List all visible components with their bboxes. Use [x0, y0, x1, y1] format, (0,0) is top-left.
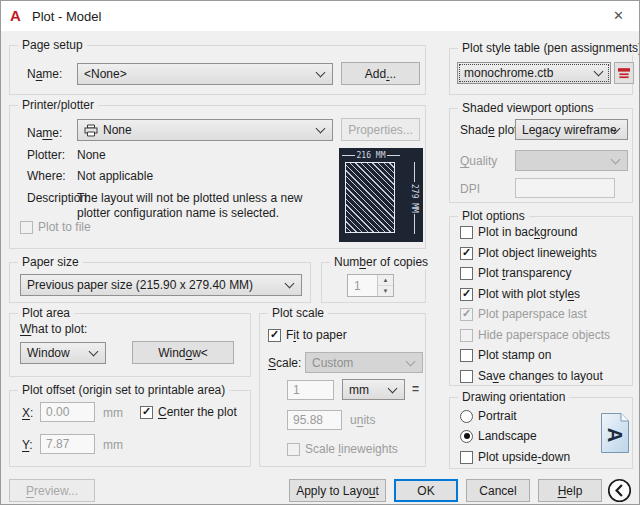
quality-label: Quality	[460, 154, 497, 168]
plot-style-group: Plot style table (pen assignments) monoc…	[449, 48, 633, 95]
plot-to-file-checkbox[interactable]: Plot to file	[20, 220, 91, 234]
scale-denominator-field[interactable]: 95.88	[287, 410, 342, 430]
copies-value: 1	[348, 275, 377, 296]
offset-y-label: Y:	[22, 438, 33, 452]
fit-to-paper-checkbox[interactable]: Fit to paper	[268, 328, 347, 342]
checkbox-box	[460, 370, 473, 383]
shaded-viewport-group: Shaded viewport options Shade plot Legac…	[449, 108, 633, 203]
autocad-logo-icon: A	[10, 7, 21, 24]
copies-title: Number of copies	[330, 255, 432, 269]
checkbox-box	[460, 308, 473, 321]
shade-plot-label: Shade plot	[460, 123, 517, 137]
shaded-viewport-title: Shaded viewport options	[458, 101, 597, 115]
checkbox-save-changes-to-layout[interactable]: Save changes to layout	[460, 369, 603, 383]
checkbox-label: Plot in background	[478, 225, 577, 239]
quality-select[interactable]	[515, 150, 628, 171]
plot-style-select[interactable]: monochrome.ctb	[457, 62, 611, 84]
checkbox-box	[140, 406, 153, 419]
svg-text:A: A	[604, 428, 626, 442]
plot-options-title: Plot options	[458, 209, 529, 223]
plotter-label: Plotter:	[27, 148, 65, 162]
radio-label: Landscape	[478, 429, 537, 443]
spin-down-icon[interactable]: ▼	[378, 286, 393, 296]
add-button[interactable]: Add...	[341, 62, 420, 85]
page-setup-name-select[interactable]: <None>	[77, 63, 333, 85]
paper-width-label: 216 MM	[357, 151, 386, 160]
spin-up-icon[interactable]: ▲	[378, 275, 393, 286]
paper-hatch-rect	[345, 162, 395, 233]
checkbox-label: Plot upside-down	[478, 450, 570, 464]
offset-x-unit: mm	[103, 406, 123, 420]
checkbox-label: Plot to file	[38, 220, 91, 234]
window-pick-button[interactable]: Window<	[132, 341, 234, 364]
checkbox-box	[460, 226, 473, 239]
checkbox-plot-in-background[interactable]: Plot in background	[460, 225, 577, 239]
page-setup-title: Page setup	[18, 38, 87, 52]
offset-y-field[interactable]: 7.87	[40, 434, 95, 454]
checkbox-label: Plot paperspace last	[478, 307, 587, 321]
units-label: units	[350, 413, 375, 427]
checkbox-plot-paperspace-last[interactable]: Plot paperspace last	[460, 307, 587, 321]
scale-lineweights-checkbox[interactable]: Scale lineweights	[287, 442, 398, 456]
paper-size-value: Previous paper size (215.90 x 279.40 MM)	[27, 278, 253, 292]
copies-spinner[interactable]: 1 ▲▼	[347, 274, 394, 297]
plot-offset-title: Plot offset (origin set to printable are…	[18, 383, 229, 397]
scale-unit-select[interactable]: mm	[342, 379, 405, 400]
preview-button[interactable]: Preview...	[9, 479, 95, 502]
radio-circle	[460, 430, 473, 443]
checkbox-box	[460, 451, 473, 464]
printer-name-select[interactable]: None	[77, 119, 333, 141]
apply-to-layout-button[interactable]: Apply to Layout	[289, 479, 386, 502]
plot-scale-title: Plot scale	[268, 306, 328, 320]
close-icon[interactable]: ✕	[613, 8, 624, 23]
ok-button[interactable]: OK	[394, 479, 458, 502]
checkbox-plot-transparency[interactable]: Plot transparency	[460, 266, 571, 280]
checkbox-box	[460, 288, 473, 301]
printer-name-value: None	[103, 123, 132, 137]
copies-group: Number of copies 1 ▲▼	[321, 262, 426, 303]
radio-label: Portrait	[478, 409, 517, 423]
plotter-value: None	[77, 148, 106, 162]
dpi-field[interactable]	[515, 178, 615, 198]
where-value: Not applicable	[77, 169, 153, 183]
scale-select[interactable]: Custom	[305, 352, 423, 373]
checkbox-label: Hide paperspace objects	[478, 328, 610, 342]
checkbox-box	[20, 221, 33, 234]
checkbox-box	[460, 349, 473, 362]
paper-size-select[interactable]: Previous paper size (215.90 x 279.40 MM)	[20, 274, 302, 296]
plot-upside-down-checkbox[interactable]: Plot upside-down	[460, 450, 570, 464]
what-to-plot-select[interactable]: Window	[20, 342, 106, 364]
properties-button[interactable]: Properties...	[341, 118, 420, 141]
edit-plot-style-button[interactable]	[614, 62, 634, 84]
what-to-plot-value: Window	[27, 346, 70, 360]
title-bar: A Plot - Model ✕	[1, 1, 639, 31]
checkbox-plot-with-plot-styles[interactable]: Plot with plot styles	[460, 287, 580, 301]
checkbox-plot-object-lineweights[interactable]: Plot object lineweights	[460, 246, 597, 260]
page-setup-name-label: Name:	[27, 67, 62, 81]
portrait-radio[interactable]: Portrait	[460, 409, 517, 423]
scale-numerator-field[interactable]: 1	[287, 380, 334, 400]
equals-sign: =	[412, 382, 419, 396]
checkbox-label: Fit to paper	[286, 328, 347, 342]
help-button[interactable]: Help	[538, 479, 602, 502]
landscape-radio[interactable]: Landscape	[460, 429, 537, 443]
scale-value: Custom	[312, 356, 353, 370]
checkbox-hide-paperspace-objects[interactable]: Hide paperspace objects	[460, 328, 610, 342]
center-plot-checkbox[interactable]: Center the plot	[140, 405, 237, 419]
offset-x-field[interactable]: 0.00	[40, 402, 95, 422]
checkbox-box	[460, 329, 473, 342]
less-options-button[interactable]	[607, 478, 632, 503]
checkbox-box	[287, 443, 300, 456]
checkbox-label: Save changes to layout	[478, 369, 603, 383]
radio-circle	[460, 410, 473, 423]
plot-scale-group: Plot scale Fit to paper Scale: Custom 1 …	[259, 313, 426, 467]
spinner-arrows[interactable]: ▲▼	[377, 275, 393, 296]
paper-width-dimension: 216 MM	[342, 150, 400, 160]
shade-plot-select[interactable]: Legacy wireframe	[515, 119, 628, 140]
paper-height-dimension: 279 MM	[409, 162, 419, 234]
printer-icon	[84, 124, 98, 137]
checkbox-label: Plot with plot styles	[478, 287, 580, 301]
checkbox-plot-stamp-on[interactable]: Plot stamp on	[460, 348, 551, 362]
printer-name-label: Name:	[27, 126, 62, 140]
cancel-button[interactable]: Cancel	[466, 479, 530, 502]
